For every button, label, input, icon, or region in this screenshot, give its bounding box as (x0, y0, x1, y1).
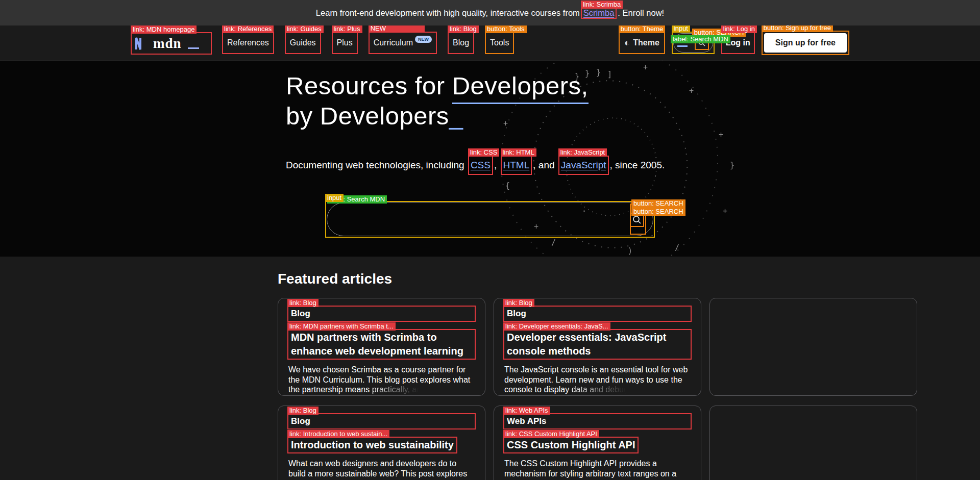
theme-icon: ◐ (624, 37, 630, 48)
card-title-link[interactable]: link: CSS Custom Highlight API CSS Custo… (503, 437, 639, 453)
annotation-label: link: MDN homepage (131, 26, 197, 34)
hero-search-icon-button[interactable]: button: SEARCH (630, 213, 644, 227)
card-category-text: Blog (507, 309, 526, 319)
article-card: link: Blog Blog link: MDN partners with … (278, 298, 485, 396)
card-title-link[interactable]: link: MDN partners with Scrimba t... MDN… (287, 329, 476, 360)
logo-cursor (188, 47, 199, 49)
card-category-link[interactable]: link: Blog Blog (287, 306, 476, 322)
featured-articles-section: Featured articles link: Blog Blog link: … (0, 257, 980, 480)
card-description-fade: data and debug (572, 385, 628, 394)
svg-text:]: ] (607, 70, 612, 79)
theme-button-label: Theme (633, 38, 659, 47)
nav-link-label: References (227, 38, 269, 47)
scrimba-link[interactable]: link: Scrimba Scrimba (581, 7, 617, 19)
nav-link-blog[interactable]: link: Blog Blog (448, 32, 474, 54)
article-card: link: Blog Blog link: Introduction to we… (278, 406, 485, 480)
signup-button-annotation: button: Sign up for free Sign up for fre… (762, 31, 849, 55)
card-description: What can web designers and developers do… (288, 459, 475, 480)
card-description: The JavaScript console is an essential t… (504, 365, 691, 395)
card-title-link[interactable]: link: Introduction to web sustain... Int… (287, 437, 457, 453)
mdn-home-link[interactable]: link: MDN homepage mdn (131, 32, 212, 55)
banner-text-pre: Learn front-end development with high qu… (316, 8, 580, 18)
svg-text:/: / (675, 243, 679, 252)
hero-sub-text: , (494, 160, 500, 170)
card-title-text: MDN partners with Scrimba to enhance web… (291, 331, 472, 358)
nav-button-tools[interactable]: button: Tools Tools (485, 32, 514, 54)
svg-text:{: { (505, 181, 510, 190)
annotation-label: link: MDN partners with Scrimba t... (287, 322, 396, 331)
theme-button[interactable]: button: Theme ◐ Theme (619, 32, 665, 54)
annotation-label: link: CSS (468, 148, 499, 157)
annotation-label: link: JavaScript (558, 148, 607, 157)
nav-link-label: Curriculum (374, 38, 413, 47)
nav-search-input[interactable]: input button: SEARCH label: Search MDN (672, 32, 715, 54)
annotation-label: link: Guides (285, 25, 324, 33)
nav-links: link: References References link: Guides… (222, 32, 514, 54)
annotation-label: button: Theme (619, 25, 666, 33)
card-category-link[interactable]: link: Web APIs Web APIs (503, 413, 692, 430)
featured-heading: Featured articles (278, 271, 392, 287)
javascript-link-text[interactable]: JavaScript (561, 160, 606, 170)
card-description: We have chosen Scrimba as a course partn… (288, 365, 475, 395)
annotation-label: link: Blog (448, 25, 479, 33)
annotation-label: link: HTML (501, 148, 536, 157)
card-category-text: Web APIs (507, 416, 546, 426)
card-title-text: CSS Custom Highlight API (507, 438, 635, 452)
annotation-label: link: Blog (287, 299, 318, 307)
text-cursor (677, 45, 688, 47)
annotation-label: link: Web APIs (503, 407, 550, 415)
annotation-label: link: Developer essentials: JavaS... (503, 322, 610, 331)
card-title-text: Introduction to web sustainability (291, 438, 454, 452)
card-category-text: Blog (291, 416, 310, 426)
javascript-link[interactable]: link: JavaScriptJavaScript (558, 156, 609, 175)
input-annotation-box (325, 201, 655, 238)
hero-search-input[interactable]: label: Search MDN input button: SEARCH b… (327, 203, 653, 236)
html-link[interactable]: link: HTMLHTML (501, 156, 532, 175)
card-description-text: What can web designers and developers do… (288, 459, 467, 480)
html-link-text[interactable]: HTML (503, 160, 530, 170)
mdn-logo-icon (135, 37, 150, 50)
hero-sub-text: , since 2005. (610, 160, 665, 170)
signup-button[interactable]: Sign up for free (764, 33, 847, 53)
svg-text:/: / (551, 238, 556, 247)
card-category-text: Blog (291, 309, 310, 319)
hero-title-line2: by Developers (286, 102, 449, 130)
nav-link-plus[interactable]: link: Plus Plus (332, 32, 358, 54)
article-card: link: Blog Blog link: Developer essentia… (494, 298, 701, 396)
hero-title: Resources for Developers, by Developers_ (286, 71, 589, 131)
card-title-link[interactable]: link: Developer essentials: JavaS... Dev… (503, 329, 692, 360)
annotation-label: link: Plus (332, 25, 362, 33)
annotation-label: button: SEARCH (631, 208, 685, 216)
annotation-label: link: Introduction to web sustain... (287, 430, 389, 438)
article-card: link: Web APIs Web APIs link: CSS Custom… (494, 406, 701, 480)
css-link[interactable]: link: CSSCSS (468, 156, 493, 175)
annotation-label: link: Blog (503, 299, 534, 307)
card-category-link[interactable]: link: Blog Blog (503, 306, 692, 322)
hero-sub-text: Documenting web technologies, including (286, 160, 467, 170)
hero-subtitle: Documenting web technologies, including … (286, 156, 665, 175)
card-description-fade: practically, an (372, 385, 422, 394)
svg-text:+: + (719, 130, 723, 139)
svg-text:+: + (643, 63, 648, 72)
card-description: The CSS Custom Highlight API provides a … (504, 459, 691, 480)
annotation-label: link: CSS Custom Highlight API (503, 430, 599, 438)
svg-text:}: } (596, 68, 601, 77)
annotation-label: button: Tools (485, 25, 526, 33)
article-card-empty (709, 298, 917, 396)
card-category-link[interactable]: link: Blog Blog (287, 413, 476, 430)
hero-section: }}}] +++ +++ //{ })· Resources for Devel… (0, 61, 980, 257)
annotation-label: link: Log in (721, 25, 757, 33)
nav-link-guides[interactable]: link: Guides Guides (285, 32, 321, 54)
annotation-label: button: SEARCH (631, 199, 685, 208)
hero-sub-text: , and (533, 160, 557, 170)
nav-link-label: Blog (453, 38, 469, 47)
mdn-homepage: Learn front-end development with high qu… (0, 0, 980, 480)
scrimba-link-text[interactable]: Scrimba (583, 8, 615, 17)
hero-title-developers: Developers, (452, 72, 589, 104)
css-link-text[interactable]: CSS (471, 160, 491, 170)
svg-text:): ) (628, 246, 632, 256)
nav-link-references[interactable]: link: References References (222, 32, 274, 54)
nav-link-curriculum[interactable]: link: Curriculum NEW Curriculum NEW (369, 32, 437, 54)
svg-text:+: + (723, 207, 727, 216)
card-title-text: Developer essentials: JavaScript console… (507, 331, 688, 358)
